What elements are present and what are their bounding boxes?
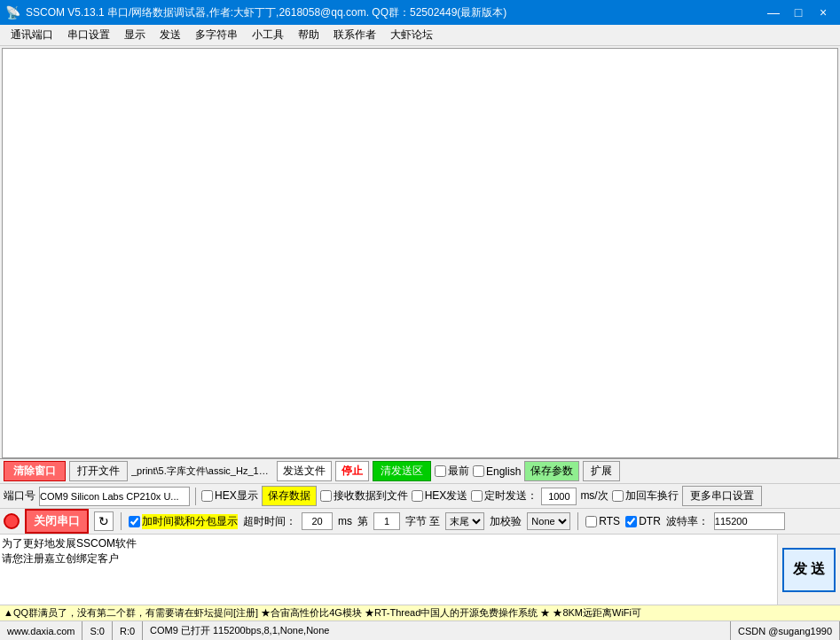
toolbar-row3: 关闭串口 ↻ 加时间戳和分包显示 超时时间： ms 第 字节 至 末尾 加校验 … — [0, 509, 840, 534]
website-text: www.daxia.com — [7, 626, 75, 636]
menu-item-小工具[interactable]: 小工具 — [245, 26, 291, 44]
right-bar-text: CSDN @sugang1990 — [738, 626, 832, 636]
send-file-button[interactable]: 发送文件 — [277, 461, 332, 481]
menu-item-发送[interactable]: 发送 — [153, 26, 188, 44]
english-checkbox-label[interactable]: English — [473, 465, 521, 478]
port-input[interactable] — [39, 487, 190, 506]
app-icon: 📡 — [5, 5, 20, 20]
send-button-container: 发 送 — [778, 535, 840, 605]
timestamp-checkbox[interactable] — [129, 516, 140, 527]
port-status: COM9 已打开 115200bps,8,1,None,None — [143, 621, 731, 640]
rts-label: RTS — [599, 515, 620, 527]
menu-bar: 通讯端口串口设置显示发送多字符串小工具帮助联系作者大虾论坛 — [0, 25, 840, 46]
more-port-button[interactable]: 更多串口设置 — [682, 486, 762, 506]
add-crlf-label: 加回车换行 — [625, 488, 679, 503]
page-label: 第 — [357, 514, 368, 529]
menu-item-显示[interactable]: 显示 — [117, 26, 153, 44]
close-button[interactable]: × — [812, 4, 835, 21]
minimize-button[interactable]: — — [762, 4, 785, 21]
rts-checkbox-label[interactable]: RTS — [585, 515, 620, 527]
info-bar: ▲QQ群满员了，没有第二个群，有需要请在虾坛提问[注册] ★合宙高性价比4G模块… — [0, 605, 840, 620]
r-status: R:0 — [113, 621, 143, 640]
hex-send-checkbox[interactable] — [412, 490, 423, 502]
expand-button[interactable]: 扩展 — [583, 461, 620, 481]
rts-checkbox[interactable] — [585, 516, 597, 527]
checksum-select[interactable]: None — [527, 512, 570, 530]
hex-display-checkbox-label[interactable]: HEX显示 — [201, 488, 258, 503]
file-path-text: _print\5.字库文件\assic_Hz_16_24_32_48.bin — [131, 464, 273, 478]
top-most-label: 最前 — [448, 464, 469, 479]
hex-send-checkbox-label[interactable]: HEX发送 — [412, 488, 468, 503]
timed-send-label: 定时发送： — [484, 488, 538, 503]
timestamp-label: 加时间戳和分包显示 — [142, 514, 238, 529]
dtr-label: DTR — [639, 515, 661, 527]
dtr-checkbox-label[interactable]: DTR — [625, 515, 661, 527]
timeout-label: 超时时间： — [243, 514, 296, 529]
info-text: ▲QQ群满员了，没有第二个群，有需要请在虾坛提问[注册] ★合宙高性价比4G模块… — [4, 607, 641, 618]
maximize-button[interactable]: □ — [787, 4, 810, 21]
recv-file-checkbox-label[interactable]: 接收数据到文件 — [320, 488, 408, 503]
english-checkbox[interactable] — [473, 465, 484, 477]
stop-button[interactable]: 停止 — [335, 461, 369, 481]
baud-value[interactable] — [714, 512, 785, 530]
page-value[interactable] — [373, 512, 400, 530]
timed-send-unit: ms/次 — [580, 488, 608, 503]
recv-file-checkbox[interactable] — [320, 490, 332, 502]
website-status: www.daxia.com — [0, 621, 82, 640]
divider2 — [121, 512, 122, 530]
port-label: 端口号 — [4, 488, 35, 503]
bottom-area: 清除窗口 打开文件 _print\5.字库文件\assic_Hz_16_24_3… — [0, 458, 840, 640]
byte-label: 字节 至 — [405, 514, 440, 529]
add-crlf-checkbox[interactable] — [612, 490, 624, 502]
menu-item-帮助[interactable]: 帮助 — [291, 26, 326, 44]
timeout-value[interactable] — [302, 512, 333, 530]
clear-window-button[interactable]: 清除窗口 — [4, 461, 66, 481]
timed-send-value[interactable] — [541, 488, 577, 505]
hex-send-label: HEX发送 — [425, 488, 468, 503]
title-bar-left: 📡 SSCOM V5.13.1 串口/网络数据调试器,作者:大虾丁丁,26180… — [5, 5, 506, 20]
main-display-area — [2, 48, 838, 458]
timed-send-checkbox[interactable] — [471, 490, 483, 502]
checksum-label: 加校验 — [490, 514, 522, 529]
hex-display-checkbox[interactable] — [201, 490, 213, 502]
title-bar: 📡 SSCOM V5.13.1 串口/网络数据调试器,作者:大虾丁丁,26180… — [0, 0, 840, 25]
add-crlf-checkbox-label[interactable]: 加回车换行 — [612, 488, 679, 503]
window-controls: — □ × — [762, 4, 835, 21]
port-status-text: COM9 已打开 115200bps,8,1,None,None — [150, 624, 329, 637]
timestamp-checkbox-label[interactable]: 加时间戳和分包显示 — [129, 514, 238, 529]
baud-label: 波特率： — [666, 514, 709, 529]
divider3 — [577, 512, 578, 530]
top-most-checkbox-label[interactable]: 最前 — [435, 464, 469, 479]
menu-item-通讯端口[interactable]: 通讯端口 — [4, 26, 60, 44]
port-status-icon — [4, 513, 20, 529]
byte-end-select[interactable]: 末尾 — [445, 512, 484, 530]
toolbar-row2: 端口号 HEX显示 保存数据 接收数据到文件 HEX发送 定时发送： ms/次 … — [0, 484, 840, 509]
refresh-button[interactable]: ↻ — [94, 511, 114, 531]
english-label: English — [486, 465, 521, 478]
save-data-button[interactable]: 保存数据 — [262, 486, 317, 506]
s-status: S:0 — [82, 621, 113, 640]
menu-item-多字符串[interactable]: 多字符串 — [188, 26, 245, 44]
recv-file-label: 接收数据到文件 — [334, 488, 408, 503]
close-port-button[interactable]: 关闭串口 — [25, 509, 89, 534]
divider1 — [195, 488, 196, 505]
timed-send-checkbox-label[interactable]: 定时发送： — [471, 488, 538, 503]
send-textarea[interactable] — [0, 535, 778, 605]
save-params-button[interactable]: 保存参数 — [524, 461, 579, 481]
toolbar-row1: 清除窗口 打开文件 _print\5.字库文件\assic_Hz_16_24_3… — [0, 459, 840, 484]
menu-item-联系作者[interactable]: 联系作者 — [326, 26, 383, 44]
title-text: SSCOM V5.13.1 串口/网络数据调试器,作者:大虾丁丁,2618058… — [26, 5, 506, 20]
s-text: S:0 — [90, 626, 105, 636]
clear-send-area-button[interactable]: 清发送区 — [373, 461, 431, 481]
menu-item-串口设置[interactable]: 串口设置 — [60, 26, 117, 44]
timeout-unit: ms — [338, 515, 352, 527]
open-file-button[interactable]: 打开文件 — [69, 461, 128, 481]
dtr-checkbox[interactable] — [625, 516, 637, 527]
top-most-checkbox[interactable] — [435, 465, 446, 477]
send-main-button[interactable]: 发 送 — [782, 548, 836, 592]
send-area: 发 送 — [0, 534, 840, 605]
r-text: R:0 — [120, 626, 135, 636]
right-bar: CSDN @sugang1990 — [731, 621, 840, 640]
menu-item-大虾论坛[interactable]: 大虾论坛 — [383, 26, 440, 44]
hex-display-label: HEX显示 — [215, 488, 258, 503]
